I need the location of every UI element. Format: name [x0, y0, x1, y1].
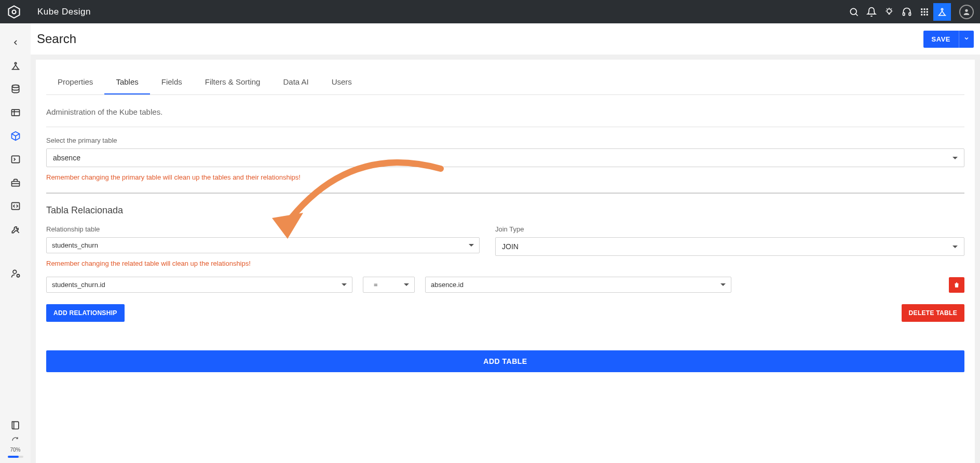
add-relationship-button[interactable]: ADD RELATIONSHIP	[46, 304, 125, 322]
svg-rect-25	[11, 110, 19, 116]
svg-line-3	[856, 13, 858, 16]
join-type-value: JOIN	[502, 242, 519, 251]
tools-icon[interactable]	[3, 217, 28, 241]
zoom-bar[interactable]	[8, 456, 23, 458]
back-icon[interactable]	[3, 31, 28, 54]
join-type-label: Join Type	[495, 225, 964, 233]
save-button-group: SAVE	[923, 31, 974, 48]
brand-title: Kube Design	[37, 7, 91, 17]
chevron-down-icon	[342, 283, 347, 286]
svg-point-35	[13, 270, 17, 274]
save-button[interactable]: SAVE	[923, 31, 959, 48]
svg-point-2	[850, 8, 856, 15]
relationship-right-value: absence.id	[431, 281, 464, 289]
svg-point-23	[15, 62, 16, 64]
svg-point-21	[941, 8, 943, 10]
save-dropdown-button[interactable]	[959, 31, 974, 48]
svg-line-9	[891, 8, 892, 9]
terminal-icon[interactable]	[3, 147, 28, 171]
apps-grid-icon[interactable]	[916, 3, 933, 21]
svg-rect-11	[909, 12, 910, 15]
bell-icon[interactable]	[863, 3, 880, 21]
tabs: Properties Tables Fields Filters & Sorti…	[46, 60, 964, 95]
trash-icon	[953, 281, 960, 289]
design-tool-icon[interactable]	[933, 3, 951, 21]
primary-table-value: absence	[53, 154, 80, 162]
delete-table-button[interactable]: DELETE TABLE	[902, 304, 964, 322]
sidebar: 70%	[0, 23, 31, 463]
divider	[46, 193, 964, 194]
related-table-select[interactable]: students_churn	[46, 237, 480, 253]
svg-point-22	[965, 9, 968, 11]
svg-rect-20	[927, 13, 928, 15]
related-table-value: students_churn	[52, 241, 98, 249]
relationship-right-select[interactable]: absence.id	[425, 277, 731, 293]
tab-fields[interactable]: Fields	[150, 70, 194, 94]
svg-rect-14	[927, 8, 928, 10]
panel: Properties Tables Fields Filters & Sorti…	[36, 60, 975, 463]
app-header: Kube Design	[0, 0, 980, 23]
tab-users[interactable]: Users	[320, 70, 363, 94]
chevron-down-icon	[720, 283, 726, 286]
user-settings-icon[interactable]	[3, 262, 28, 285]
svg-rect-17	[927, 11, 928, 12]
section-description: Administration of the Kube tables.	[46, 95, 964, 127]
chevron-down-icon	[404, 283, 409, 286]
svg-rect-12	[921, 8, 922, 10]
lightbulb-icon[interactable]	[880, 3, 898, 21]
svg-rect-18	[921, 13, 922, 15]
compass-tool-icon[interactable]	[3, 54, 28, 77]
relationship-row: students_churn.id = absence.id	[46, 277, 964, 293]
tab-data-ai[interactable]: Data AI	[271, 70, 320, 94]
svg-rect-19	[924, 13, 925, 15]
relationship-left-value: students_churn.id	[52, 281, 105, 289]
relationship-left-select[interactable]: students_churn.id	[46, 277, 352, 293]
page-title: Search	[37, 32, 76, 46]
relationship-operator-select[interactable]: =	[363, 277, 415, 293]
relationship-operator-value: =	[374, 281, 378, 289]
svg-point-4	[887, 9, 891, 13]
tab-tables[interactable]: Tables	[104, 70, 149, 94]
chevron-down-icon	[952, 157, 958, 159]
primary-table-select[interactable]: absence	[46, 148, 964, 167]
table-icon[interactable]	[3, 101, 28, 124]
tab-properties[interactable]: Properties	[46, 70, 104, 94]
titlebar: Search SAVE	[31, 23, 980, 55]
header-icon-group	[845, 3, 974, 21]
code-box-icon[interactable]	[3, 194, 28, 217]
related-section-title: Tabla Relacionada	[46, 205, 964, 216]
tab-filters-sorting[interactable]: Filters & Sorting	[194, 70, 272, 94]
svg-point-24	[12, 85, 19, 87]
headset-icon[interactable]	[898, 3, 916, 21]
search-icon[interactable]	[845, 3, 863, 21]
zoom-control[interactable]: 70%	[0, 437, 31, 463]
primary-warning: Remember changing the primary table will…	[46, 173, 964, 181]
related-warning: Remember changing the related table will…	[46, 260, 480, 267]
avatar[interactable]	[959, 5, 974, 19]
cube-icon[interactable]	[3, 124, 28, 147]
related-table-label: Relationship table	[46, 225, 480, 233]
svg-rect-15	[921, 11, 922, 12]
toolbox-icon[interactable]	[3, 171, 28, 194]
svg-rect-13	[924, 8, 925, 10]
svg-point-1	[12, 10, 16, 13]
zoom-label: 70%	[10, 447, 20, 453]
svg-rect-16	[924, 11, 925, 12]
add-table-button[interactable]: ADD TABLE	[46, 350, 964, 372]
delete-relationship-button[interactable]	[949, 277, 964, 293]
primary-table-label: Select the primary table	[46, 137, 964, 144]
svg-marker-0	[9, 6, 20, 18]
chevron-down-icon	[952, 246, 958, 248]
logo-icon	[6, 4, 22, 20]
svg-rect-10	[903, 12, 905, 15]
svg-line-8	[887, 8, 887, 9]
database-icon[interactable]	[3, 77, 28, 101]
book-icon[interactable]	[3, 413, 28, 437]
join-type-select[interactable]: JOIN	[495, 237, 964, 256]
svg-line-34	[17, 230, 19, 233]
chevron-down-icon	[469, 244, 474, 247]
